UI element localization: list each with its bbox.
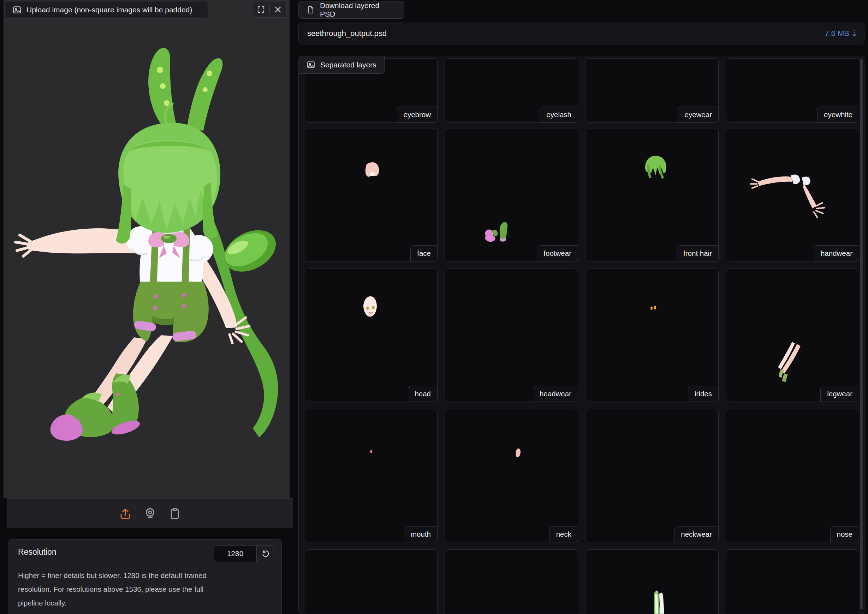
gallery-label-text: Separated layers — [320, 61, 376, 69]
face-fragment-thumbnail — [304, 129, 437, 261]
layer-label: eyebrow — [397, 107, 438, 123]
shoes-thumbnail — [445, 129, 578, 261]
gallery-item-face[interactable]: face — [304, 128, 437, 262]
image-icon — [12, 5, 22, 14]
download-psd-header: Download layered PSD — [299, 1, 404, 19]
separated-layers-gallery: Separated layers eyebrow eyelash eyewear… — [299, 56, 865, 614]
gallery-item-head[interactable]: head — [304, 268, 437, 402]
image-icon — [306, 60, 315, 69]
upload-header-label: Upload image (non-square images will be … — [26, 6, 192, 14]
green-back-ears-thumbnail — [585, 550, 718, 614]
viewer-buttons — [252, 1, 287, 18]
uploaded-image-viewer — [3, 0, 289, 498]
gallery-item-row5-1[interactable] — [304, 549, 437, 614]
psd-file-row[interactable]: seethrough_output.psd 7.6 MB ⇣ — [299, 23, 865, 45]
fullscreen-icon[interactable] — [252, 2, 269, 17]
layer-label: front hair — [677, 245, 719, 262]
layer-label: eyewear — [678, 107, 719, 123]
gallery-label: Separated layers — [299, 56, 384, 74]
resolution-card: Resolution Higher = finer details but sl… — [8, 539, 282, 614]
layer-label: footwear — [537, 245, 578, 262]
gallery-item-eyewhite[interactable]: eyewhite — [726, 58, 859, 123]
resolution-help-text: Higher = finer details but slower. 1280 … — [18, 569, 223, 610]
gallery-item-row5-3[interactable] — [585, 549, 719, 614]
pink-neck-patch-thumbnail — [445, 409, 578, 542]
app-window: Upload image (non-square images will be … — [0, 0, 868, 614]
uploaded-character-image — [7, 20, 293, 498]
image-source-toolbar — [7, 498, 293, 528]
resolution-input[interactable] — [214, 545, 257, 562]
resolution-title: Resolution — [18, 547, 56, 557]
green-bangs-thumbnail — [585, 129, 718, 261]
gallery-item-neck[interactable]: neck — [445, 409, 578, 543]
layer-label: face — [410, 245, 437, 262]
close-icon[interactable] — [270, 2, 287, 17]
tiny-pink-dot-thumbnail — [304, 409, 437, 542]
layer-label: neck — [549, 526, 578, 543]
layer-label: irides — [688, 386, 719, 402]
upload-icon[interactable] — [118, 506, 132, 521]
resolution-input-group — [214, 545, 274, 562]
clipboard-icon[interactable] — [168, 506, 182, 521]
download-arrow-icon: ⇣ — [851, 29, 858, 39]
arms-thumbnail — [726, 129, 859, 261]
bald-head-thumbnail — [304, 269, 437, 402]
orange-dots-thumbnail — [585, 269, 718, 402]
gallery-item-footwear[interactable]: footwear — [445, 128, 578, 262]
file-size-text: 7.6 MB — [824, 29, 849, 38]
gallery-item-headwear[interactable]: headwear — [445, 268, 578, 402]
gallery-scrollbar[interactable] — [860, 59, 863, 609]
webcam-icon[interactable] — [143, 506, 157, 521]
reset-icon[interactable] — [257, 545, 274, 562]
psd-file-name: seethrough_output.psd — [307, 29, 387, 38]
download-header-label: Download layered PSD — [320, 2, 396, 19]
layer-label: headwear — [533, 386, 578, 402]
layer-label: handwear — [814, 245, 859, 262]
layer-label: eyelash — [540, 107, 578, 123]
layer-label: neckwear — [674, 526, 719, 543]
gallery-item-row5-2[interactable] — [445, 549, 578, 614]
layer-label: nose — [830, 526, 859, 543]
gallery-item-row5-4[interactable] — [726, 549, 859, 614]
gallery-item-handwear[interactable]: handwear — [726, 128, 859, 262]
gallery-item-nose[interactable]: nose — [726, 409, 859, 543]
gallery-item-eyewear[interactable]: eyewear — [585, 58, 719, 123]
gallery-item-legwear[interactable]: legwear — [726, 268, 859, 402]
layer-label: legwear — [820, 386, 859, 402]
layer-label: mouth — [404, 526, 437, 543]
upload-image-header: Upload image (non-square images will be … — [4, 1, 208, 19]
gallery-item-irides[interactable]: irides — [585, 268, 719, 402]
psd-download-link[interactable]: 7.6 MB ⇣ — [824, 29, 858, 39]
crossed-legs-thumbnail — [726, 269, 859, 402]
gallery-item-mouth[interactable]: mouth — [304, 409, 437, 543]
gallery-item-front-hair[interactable]: front hair — [585, 128, 719, 262]
character-illustration — [7, 20, 293, 498]
gallery-item-eyelash[interactable]: eyelash — [445, 58, 578, 123]
gallery-item-neckwear[interactable]: neckwear — [585, 409, 719, 543]
layer-label: eyewhite — [817, 107, 859, 123]
file-icon — [306, 6, 315, 14]
layer-label: head — [408, 386, 437, 402]
